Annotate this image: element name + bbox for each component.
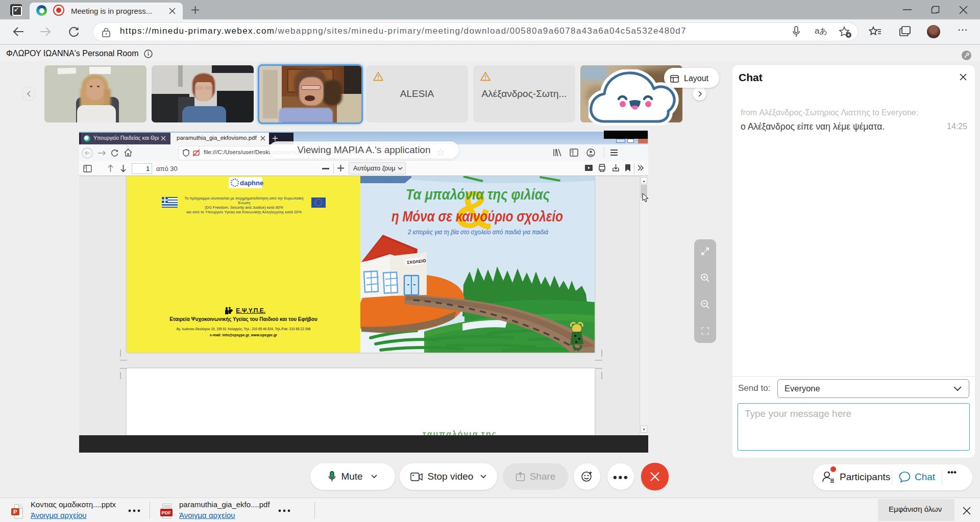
svg-text:Τα μπαλόνια της φιλίας: Τα μπαλόνια της φιλίας [406, 186, 550, 203]
svg-text:η Μόνα σε καινούριο σχολείο: η Μόνα σε καινούριο σχολείο [391, 208, 563, 225]
svg-text:2 ιστορίες για τη βία στο σχολ: 2 ιστορίες για τη βία στο σχολείο από πα… [407, 228, 548, 236]
